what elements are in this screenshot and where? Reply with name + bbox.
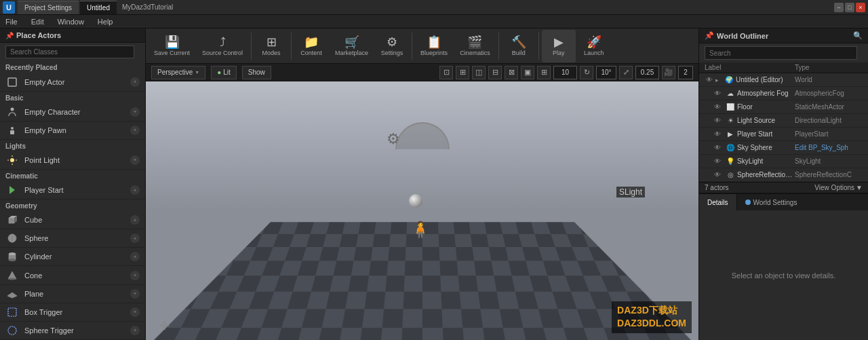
tab-untitled[interactable]: Untitled	[80, 1, 117, 14]
view-options-button[interactable]: View Options ▼	[814, 184, 863, 191]
camera-speed-input[interactable]	[678, 66, 693, 79]
details-bar: Details World Settings	[699, 193, 868, 210]
outliner-search-icon[interactable]: 🔍	[853, 31, 863, 40]
visibility-icon-untitled[interactable]: 👁	[705, 75, 714, 85]
rot-snap-input[interactable]	[596, 66, 616, 79]
settings-button[interactable]: ⚙ Settings	[375, 30, 409, 62]
cube-add[interactable]: +	[130, 215, 140, 225]
outliner-item-sphere-reflection[interactable]: 👁 ◎ SphereReflectionCapture SphereReflec…	[699, 168, 868, 182]
actor-item-cylinder[interactable]: Cylinder +	[0, 248, 145, 266]
actor-item-player-start[interactable]: Player Start +	[0, 181, 145, 200]
visibility-icon-fog[interactable]: 👁	[713, 89, 722, 98]
plane-label: Plane	[24, 290, 130, 298]
empty-character-add[interactable]: +	[130, 107, 140, 117]
sphere-add[interactable]: +	[130, 233, 140, 243]
visibility-icon-player[interactable]: 👁	[713, 130, 722, 139]
outliner-item-atmo-fog[interactable]: 👁 ☁ Atmospheric Fog AtmosphericFog	[699, 87, 868, 100]
play-button[interactable]: ▶ Play	[542, 30, 576, 62]
svg-rect-21	[8, 308, 16, 316]
save-current-button[interactable]: 💾 Save Current	[149, 30, 195, 62]
cone-add[interactable]: +	[130, 271, 140, 280]
actor-item-empty-pawn[interactable]: Empty Pawn +	[0, 121, 145, 140]
outliner-item-skylight[interactable]: 👁 💡 SkyLight SkyLight	[699, 155, 868, 168]
visibility-icon-floor[interactable]: 👁	[713, 102, 722, 112]
plane-add[interactable]: +	[130, 289, 140, 299]
close-button[interactable]: ×	[856, 3, 865, 12]
visibility-icon-light[interactable]: 👁	[713, 116, 722, 126]
empty-actor-add[interactable]: +	[130, 77, 140, 87]
marketplace-button[interactable]: 🛒 Marketplace	[330, 30, 374, 62]
modes-label: Modes	[262, 50, 281, 56]
cone-icon	[5, 269, 19, 282]
rot-snap-icon[interactable]: ↻	[580, 66, 593, 79]
outliner-item-floor[interactable]: 👁 ⬜ Floor StaticMeshActor	[699, 100, 868, 114]
actor-item-box-trigger[interactable]: Box Trigger +	[0, 303, 145, 322]
vp-icon-4[interactable]: ⊟	[488, 66, 502, 79]
sphere-trigger-add[interactable]: +	[130, 326, 140, 335]
outliner-search-input[interactable]	[705, 46, 857, 60]
blueprints-icon: 📋	[427, 36, 441, 48]
details-tab[interactable]: Details	[699, 194, 737, 210]
visibility-icon-sky[interactable]: 👁	[713, 143, 722, 153]
empty-pawn-add[interactable]: +	[130, 126, 140, 135]
separator-4	[498, 33, 499, 60]
outliner-type-sky[interactable]: Edit BP_Sky_Sph	[795, 144, 863, 151]
maximize-button[interactable]: □	[845, 3, 854, 12]
outliner-item-player-start[interactable]: 👁 ▶ Player Start PlayerStart	[699, 128, 868, 141]
vp-icon-2[interactable]: ⊞	[456, 66, 469, 79]
view-options-chevron: ▼	[856, 184, 863, 191]
visibility-icon-skylight[interactable]: 👁	[713, 157, 722, 166]
build-button[interactable]: 🔨 Build	[502, 30, 536, 62]
outliner-item-sky-sphere[interactable]: 👁 🌐 Sky Sphere Edit BP_Sky_Sph	[699, 141, 868, 155]
actor-item-sphere-trigger[interactable]: Sphere Trigger +	[0, 322, 145, 340]
settings-icon: ⚙	[387, 36, 397, 48]
menu-help[interactable]: Help	[95, 15, 116, 29]
actor-item-empty-character[interactable]: Empty Character +	[0, 103, 145, 121]
grid-snap-icon[interactable]: ⊞	[537, 66, 551, 79]
outliner-type-fog: AtmosphericFog	[795, 90, 863, 97]
place-actors-title: Place Actors	[16, 31, 61, 39]
minimize-button[interactable]: −	[834, 3, 844, 12]
actor-item-point-light[interactable]: Point Light +	[0, 151, 145, 170]
viewport-canvas[interactable]: ⚙ 🧍 ✛ SLight DAZ3D下载站 DAZ3DDL.COM	[146, 81, 698, 340]
actor-item-sphere[interactable]: Sphere +	[0, 229, 145, 248]
world-settings-tab[interactable]: World Settings	[737, 194, 806, 210]
actor-item-cone[interactable]: Cone +	[0, 266, 145, 284]
player-start-add[interactable]: +	[130, 185, 140, 195]
viewport-lit-button[interactable]: ● Lit	[211, 66, 237, 79]
svg-point-17	[9, 259, 16, 261]
vp-icon-6[interactable]: ▣	[521, 66, 534, 79]
blueprints-button[interactable]: 📋 Blueprints	[415, 30, 453, 62]
search-classes-input[interactable]	[5, 45, 134, 58]
viewport-show-button[interactable]: Show	[242, 66, 271, 79]
vp-icon-1[interactable]: ⊡	[439, 66, 453, 79]
camera-icon[interactable]: 🎥	[662, 66, 675, 79]
cinematics-button[interactable]: 🎬 Cinematics	[454, 30, 496, 62]
launch-button[interactable]: 🚀 Launch	[577, 30, 611, 62]
grid-snap-input[interactable]	[553, 66, 577, 79]
outliner-item-untitled[interactable]: 👁 ▸ 🌍 Untitled (Editor) World	[699, 73, 868, 87]
outliner-item-light-source[interactable]: 👁 ☀ Light Source DirectionalLight	[699, 114, 868, 128]
menu-window[interactable]: Window	[55, 15, 87, 29]
scale-snap-icon[interactable]: ⤢	[619, 66, 633, 79]
vp-icon-5[interactable]: ⊠	[505, 66, 518, 79]
menu-edit[interactable]: Edit	[28, 15, 47, 29]
visibility-icon-reflect[interactable]: 👁	[713, 170, 722, 180]
source-control-button[interactable]: ⤴ Source Control	[197, 30, 248, 62]
viewport-perspective-button[interactable]: Perspective ▼	[151, 66, 205, 79]
cylinder-add[interactable]: +	[130, 252, 140, 261]
content-button[interactable]: 📁 Content	[294, 30, 328, 62]
point-light-add[interactable]: +	[130, 155, 140, 165]
expand-icon-untitled[interactable]: ▸	[715, 77, 722, 83]
outliner-title: World Outliner	[717, 32, 768, 40]
actor-item-plane[interactable]: Plane +	[0, 285, 145, 303]
actor-item-empty-actor[interactable]: Empty Actor +	[0, 73, 145, 91]
modes-button[interactable]: ⊞ Modes	[254, 30, 288, 62]
outliner-label-untitled: Untitled (Editor)	[736, 76, 795, 83]
scale-snap-input[interactable]	[635, 66, 659, 79]
vp-icon-3[interactable]: ◫	[472, 66, 486, 79]
tab-project-settings[interactable]: Project Settings	[18, 1, 79, 14]
menu-file[interactable]: File	[3, 15, 20, 29]
actor-item-cube[interactable]: Cube +	[0, 211, 145, 229]
box-trigger-add[interactable]: +	[130, 307, 140, 317]
